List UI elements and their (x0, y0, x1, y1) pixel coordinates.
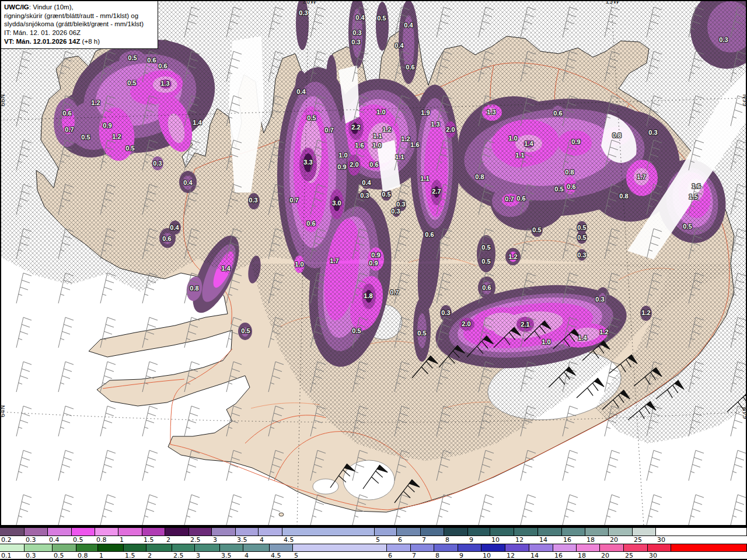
sleet-scale-cell (236, 528, 259, 536)
rain-scale-cell (600, 544, 624, 551)
sleet-scale-cell (259, 528, 282, 536)
rain-scale-cell (671, 544, 747, 551)
sleet-scale-bar (0, 527, 747, 536)
model-name: UWC/IG (4, 4, 29, 10)
sleet-scale-cell-label: 1 (120, 536, 124, 544)
sleet-scale-cell (142, 528, 165, 536)
wind-barb-field (0, 0, 747, 526)
valid-time: VT: Mán. 12.01.2026 14Z (+8 h) (4, 37, 155, 46)
rain-scale-cell (195, 544, 220, 551)
sleet-scale-cell (282, 528, 375, 536)
sleet-scale-cell (397, 528, 421, 536)
sleet-scale-cell-label: 9 (469, 536, 473, 544)
weather-map-page: 0.30.40.50.40.30.30.40.60.40.30.50.60.60… (0, 0, 747, 560)
rain-scale-cell (387, 544, 411, 551)
sleet-scale-cell-label: 16 (563, 536, 571, 544)
rain-scale-cell (481, 544, 505, 551)
rain-scale-cell (98, 544, 124, 551)
title-line-2: rigning/skúrir (grænt/blátt/rautt - mm/1… (4, 12, 155, 20)
rain-scale-cell-label: 1 (99, 552, 103, 559)
rain-scale-cell (76, 544, 98, 551)
rain-scale-cell-label: 8 (435, 552, 439, 559)
graticule-label: 20W (302, 0, 316, 5)
sleet-scale-cell-label: 4 (260, 536, 264, 544)
sleet-scale-cell (0, 528, 25, 536)
sleet-scale-cell (514, 528, 538, 536)
sleet-scale-cell-label: 0.5 (73, 536, 83, 544)
sleet-scale-cell (375, 528, 397, 536)
rain-scale-cell (648, 544, 671, 551)
rain-scale-cell-label: 7 (412, 552, 416, 559)
graticule-label: 64N (0, 405, 6, 417)
rain-scale-labels: 0.10.30.50.811.522.533.544.5567891012141… (0, 552, 747, 559)
rain-scale-cell-label: 0.1 (1, 552, 12, 559)
sleet-scale-cell (490, 528, 514, 536)
sleet-scale-cell-label: 12 (515, 536, 523, 544)
rain-scale-cell (270, 544, 293, 551)
sleet-scale-cell (118, 528, 142, 536)
sleet-scale-cell (72, 528, 95, 536)
rain-scale-cell (124, 544, 146, 551)
sleet-scale-cell (95, 528, 118, 536)
rain-scale-cell (25, 544, 53, 551)
rain-scale-cell-label: 2 (148, 552, 152, 559)
map-art (0, 0, 747, 526)
rain-scale-cell (624, 544, 648, 551)
rain-scale-cell-label: 5 (294, 552, 298, 559)
sleet-scale-cell (189, 528, 212, 536)
rain-scale-cell-label: 0.8 (78, 552, 88, 559)
sleet-scale-cell (468, 528, 490, 536)
rain-scale-cell-label: 4 (245, 552, 249, 559)
rain-scale-cell (293, 544, 387, 551)
sleet-scale-cell (656, 528, 747, 536)
rain-scale-cell (411, 544, 434, 551)
sleet-scale-cell (421, 528, 444, 536)
sleet-scale-cell (25, 528, 48, 536)
rain-scale-cell-label: 20 (601, 552, 609, 559)
sleet-scale-cell-label: 6 (398, 536, 402, 544)
sleet-scale-cell (444, 528, 468, 536)
sleet-scale-cell-label: 14 (539, 536, 547, 544)
graticule-label: 66N (0, 94, 6, 106)
sleet-scale-cell (633, 528, 656, 536)
sleet-scale-cell-label: 25 (634, 536, 642, 544)
rain-scale-cell (458, 544, 481, 551)
rain-scale-cell-label: 18 (578, 552, 586, 559)
map-canvas: 0.30.40.50.40.30.30.40.60.40.30.50.60.60… (0, 0, 747, 526)
sleet-scale-cell (562, 528, 585, 536)
title-line-1: UWC/IG: Vindur (10m), (4, 3, 155, 12)
rain-scale-cell (172, 544, 195, 551)
sleet-scale-cell (609, 528, 633, 536)
sleet-scale-cell-label: 7 (422, 536, 426, 544)
rain-scale-cell-label: 4.5 (271, 552, 281, 559)
rain-scale-cell-label: 0.3 (26, 552, 36, 559)
sleet-scale-cell (165, 528, 189, 536)
sleet-scale-cell-label: 0.2 (1, 536, 12, 544)
sleet-scale-cell-label: 2 (166, 536, 170, 544)
rain-scale-cell (529, 544, 553, 551)
sleet-scale-cell-label: 30 (657, 536, 665, 544)
sleet-scale-labels: 0.20.30.40.50.811.522.533.544.5567891012… (0, 536, 747, 544)
rain-scale-cell (0, 544, 25, 551)
rain-scale-cell (505, 544, 529, 551)
sleet-scale-cell-label: 8 (445, 536, 449, 544)
legend-colorbars: 0.20.30.40.50.811.522.533.544.5567891012… (0, 526, 747, 560)
sleet-scale-cell-label: 0.8 (96, 536, 107, 544)
sleet-scale-cell-label: 3 (213, 536, 217, 544)
title-line-3: slydda/snjókoma (grátt/bleikt/grænt - mm… (4, 20, 155, 29)
sleet-scale-cell (48, 528, 72, 536)
rain-scale-cell-label: 16 (554, 552, 563, 559)
rain-scale-cell (220, 544, 243, 551)
rain-scale-cell-label: 25 (625, 552, 633, 559)
sleet-scale-cell-label: 20 (610, 536, 618, 544)
rain-scale-cell (553, 544, 577, 551)
sleet-scale-cell-label: 10 (491, 536, 500, 544)
sleet-scale-cell-label: 4.5 (284, 536, 294, 544)
rain-scale-cell (146, 544, 172, 551)
rain-scale-cell (53, 544, 76, 551)
init-time: IT: Mán. 12. 01. 2026 06Z (4, 29, 155, 37)
sleet-scale-cell-label: 18 (587, 536, 595, 544)
sleet-scale-cell-label: 1.5 (144, 536, 154, 544)
rain-scale-cell (434, 544, 458, 551)
rain-scale-cell-label: 30 (649, 552, 657, 559)
